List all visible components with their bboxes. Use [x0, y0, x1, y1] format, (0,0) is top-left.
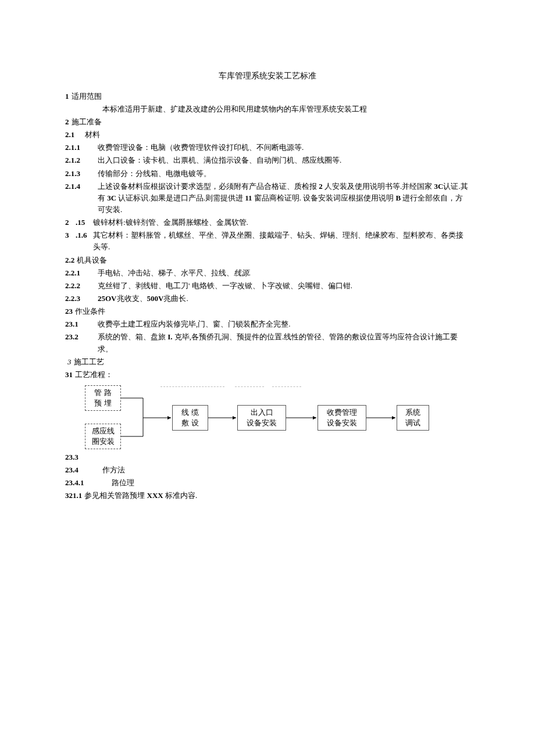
item-2-1-4: 2.1.4 上述设备材料应根据设计要求选型，必须附有产品合格证、质检报 2 人安… [65, 181, 470, 216]
t3211-a: 参见相关管路预埋 [84, 491, 147, 500]
text-2-2: 机具设备 [77, 255, 470, 266]
num-23-4: 23.4 [65, 464, 102, 476]
dotted-guide-1 [160, 386, 224, 387]
t214-d: 认证标识.如果是进口产品.则需提供进 [116, 194, 245, 202]
dotted-guide-3 [272, 386, 301, 387]
text-2-2-2: 克丝钳了、剥线钳、电工刀' 电烙铁、一字改锨、卜字改锨、尖嘴钳、偏口钳. [98, 280, 470, 292]
num-2-2-1: 2.2.1 [65, 267, 98, 279]
dotted-guide-2 [235, 386, 264, 387]
t214-b2: 3C [434, 182, 444, 191]
flow-box-system-debug: 系统 调试 [397, 405, 429, 431]
document-title: 车库管理系统安装工艺标准 [65, 70, 470, 83]
item-2-15: 2 .15 镀锌材料:镀锌剂管、金属爵胀螺栓、金属软管. [65, 217, 470, 228]
text-2-1-1: 收费管理设备：电脑（收费管理软件设打印机、不间断电源等. [98, 142, 470, 153]
text-2-2-3: 25OV兆收支、500V兆曲长. [98, 293, 470, 304]
num-23-4-1: 23.4.1 [65, 477, 112, 489]
item-2-1-3: 2.1.3 传输部分：分线箱、电微电镀等。 [65, 168, 470, 180]
text-2-2-1: 手电钻、冲击站、梯子、水平尺、拉线、线源. [98, 267, 470, 279]
t214-b: 人安装及使用说明书等.并经国家 [323, 182, 434, 191]
t221-a: 手电钻、冲击站、梯子、水平尺、拉线、 [98, 268, 234, 277]
text-31: 工艺准程： [75, 369, 470, 381]
item-2-2-1: 2.2.1 手电钻、冲击站、梯子、水平尺、拉线、线源. [65, 267, 470, 279]
item-23-4: 23.4 作方法 [65, 464, 470, 476]
num-2-2-3: 2.2.3 [65, 293, 98, 304]
num-2-1: 2.1 [65, 129, 85, 141]
flow-box-induction-coil: 感应线 圈安装 [85, 424, 121, 449]
text-2-1-3: 传输部分：分线箱、电微电镀等。 [98, 168, 470, 180]
num-2-2-2: 2.2.2 [65, 280, 98, 292]
t223-m: 兆收支、 [117, 294, 147, 303]
num-2-1-1: 2.1.1 [65, 142, 98, 153]
text-23-4-1: 路位理 [112, 477, 470, 489]
num-2-1-4: 2.1.4 [65, 181, 98, 192]
t232-a: 系统的管、箱、盘旅 [98, 332, 167, 341]
flow-box-cable-laying: 线 缆 敷 设 [172, 405, 208, 431]
item-2-16: 3 .1.6 其它材料：塑料胀管，机螺丝、平坐、弹及坐圈、接戴端子、钻头、焊锡、… [65, 230, 470, 253]
heading-3-text: 施工工艺 [74, 356, 470, 368]
num-1: 1 [65, 91, 69, 102]
num-23-1: 23.1 [65, 318, 98, 330]
t223-t: 兆曲长. [163, 294, 188, 303]
num-2-16: .1.6 [76, 230, 93, 241]
num-2-15: .15 [76, 217, 93, 228]
section-3-heading: 3 施工工艺 [65, 356, 470, 368]
text-2-15: 镀锌材料:镀锌剂管、金属爵胀螺栓、金属软管. [93, 217, 470, 228]
item-2-2-2: 2.2.2 克丝钳了、剥线钳、电工刀' 电烙铁、一字改锨、卜字改锨、尖嘴钳、偏口… [65, 280, 470, 292]
item-321-1: 321.1 参见相关管路预埋 XXX 标准内容. [65, 490, 470, 501]
process-flowchart: 管 路 预 埋 感应线 圈安装 线 缆 敷 设 出入口 设备安装 收费管理 设备… [85, 384, 470, 453]
num-2: 2 [65, 116, 69, 128]
t3211-b: XXX [147, 491, 163, 500]
num-3-italic: 3 [67, 356, 72, 368]
text-2-1-4: 上述设备材料应根据设计要求选型，必须附有产品合格证、质检报 2 人安装及使用说明… [98, 181, 470, 216]
section-1-heading: 1 适用范围 [65, 91, 470, 102]
num-2-1-2: 2.1.2 [65, 155, 98, 166]
item-23-3: 23.3 [65, 452, 470, 463]
text-321-1: 参见相关管路预埋 XXX 标准内容. [84, 490, 470, 501]
num-2-16-pre: 3 [65, 230, 76, 241]
item-2-2-3: 2.2.3 25OV兆收支、500V兆曲长. [65, 293, 470, 304]
flow-box-fee-install: 收费管理 设备安装 [318, 405, 366, 431]
text-23-4: 作方法 [102, 464, 470, 476]
t214-b5: B [395, 194, 401, 202]
num-23-2: 23.2 [65, 331, 98, 343]
item-31: 31 工艺准程： [65, 369, 470, 381]
t223-b1: 25OV [98, 294, 117, 303]
t214-b3: 3C [107, 194, 116, 202]
num-2-2: 2.2 [65, 255, 74, 266]
text-23: 作业条件 [75, 306, 470, 317]
num-321-1: 321.1 [65, 490, 82, 501]
item-23: 23 作业条件 [65, 306, 470, 317]
document-page: 车库管理系统安装工艺标准 1 适用范围 本标准适用于新建、扩建及改建的公用和民用… [0, 0, 535, 526]
t221-i: 线源. [234, 268, 251, 277]
item-2-1-1: 2.1.1 收费管理设备：电脑（收费管理软件设打印机、不间断电源等. [65, 142, 470, 153]
t214-b4: 11 [245, 194, 252, 202]
flow-box-inout-install: 出入口 设备安装 [237, 405, 286, 431]
t3211-c: 标准内容. [163, 491, 198, 500]
t214-a: 上述设备材料应根据设计要求选型，必须附有产品合格证、质检报 [98, 182, 319, 191]
t214-e: 窗品商检证明. 设备安装词应根据使用说明 [252, 194, 395, 202]
num-2-1-3: 2.1.3 [65, 168, 98, 180]
item-23-4-1: 23.4.1 路位理 [65, 477, 470, 489]
num-23-3: 23.3 [65, 452, 79, 463]
item-23-1: 23.1 收费亭土建工程应内装修完毕,门、窗、门锁装配齐全完整. [65, 318, 470, 330]
text-2-1: 材料 [85, 129, 470, 141]
text-23-1: 收费亭土建工程应内装修完毕,门、窗、门锁装配齐全完整. [98, 318, 470, 330]
num-31: 31 [65, 369, 73, 381]
text-23-2: 系统的管、箱、盘旅 I. 克毕,各预侨孔洞、预提件的位置.线性的管径、管路的敷设… [98, 331, 470, 354]
num-23: 23 [65, 306, 73, 317]
text-2-16: 其它材料：塑料胀管，机螺丝、平坐、弹及坐圈、接戴端子、钻头、焊锡、理剂、绝缘胶布… [93, 230, 470, 253]
flow-box-pipeline-preburied: 管 路 预 埋 [85, 385, 121, 411]
t232-b: I. [167, 332, 172, 341]
item-2-2: 2.2 机具设备 [65, 255, 470, 266]
item-2-1-2: 2.1.2 出入口设备：读卡机、出票机、满位指示设备、自动闸门机、感应线圈等. [65, 155, 470, 166]
num-2-15-pre: 2 [65, 217, 76, 228]
section-2-heading: 2 施工准备 [65, 116, 470, 128]
item-2-1: 2.1 材料 [65, 129, 470, 141]
section-1-body: 本标准适用于新建、扩建及改建的公用和民用建筑物内的车库管理系统安装工程 [102, 103, 470, 115]
heading-2-text: 施工准备 [72, 116, 470, 128]
item-23-2: 23.2 系统的管、箱、盘旅 I. 克毕,各预侨孔洞、预提件的位置.线性的管径、… [65, 331, 470, 354]
heading-1-text: 适用范围 [72, 91, 470, 102]
t223-b2: 500V [147, 294, 164, 303]
text-2-1-2: 出入口设备：读卡机、出票机、满位指示设备、自动闸门机、感应线圈等. [98, 155, 470, 166]
